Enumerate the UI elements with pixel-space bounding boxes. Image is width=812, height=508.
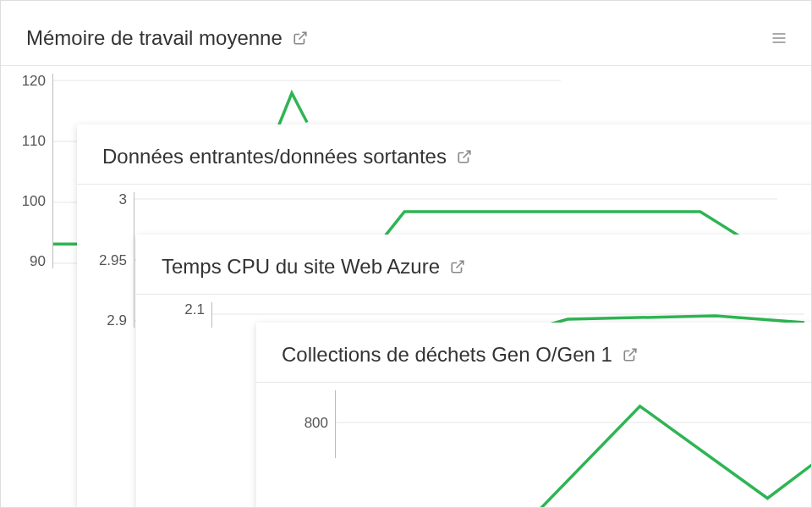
y-tick: 120 xyxy=(22,74,46,88)
svg-line-0 xyxy=(299,32,305,39)
card-header: Mémoire de travail moyenne xyxy=(1,1,812,66)
y-axis: 800 xyxy=(299,390,336,458)
y-axis: 2.1 xyxy=(182,302,212,328)
y-tick: 100 xyxy=(22,194,46,208)
chart-title: Données entrantes/données sortantes xyxy=(102,145,447,168)
y-tick: 800 xyxy=(304,416,328,430)
chart-plot: 800 xyxy=(299,390,812,508)
y-tick: 90 xyxy=(30,254,46,268)
y-axis: 3 2.95 2.9 xyxy=(109,192,134,328)
card-gc: Collections de déchets Gen O/Gen 1 800 xyxy=(256,323,812,508)
y-tick: 2.1 xyxy=(184,302,205,317)
external-link-icon[interactable] xyxy=(293,30,308,46)
y-axis: 120 110 100 90 xyxy=(23,74,53,268)
hamburger-icon[interactable] xyxy=(771,30,787,47)
card-header: Données entrantes/données sortantes xyxy=(77,124,812,185)
svg-line-8 xyxy=(463,151,469,157)
y-tick: 110 xyxy=(22,134,46,148)
card-header: Temps CPU du site Web Azure xyxy=(136,235,812,295)
external-link-icon[interactable] xyxy=(457,149,472,164)
svg-line-12 xyxy=(457,261,464,268)
y-tick: 3 xyxy=(119,192,127,207)
chart-title: Temps CPU du site Web Azure xyxy=(162,255,440,279)
title-group: Temps CPU du site Web Azure xyxy=(162,255,465,279)
y-tick: 2.95 xyxy=(99,253,127,268)
title-group: Mémoire de travail moyenne xyxy=(26,26,308,50)
external-link-icon[interactable] xyxy=(623,347,638,362)
title-group: Collections de déchets Gen O/Gen 1 xyxy=(282,343,638,367)
chart-svg xyxy=(336,390,812,508)
chart-title: Collections de déchets Gen O/Gen 1 xyxy=(282,343,612,367)
chart-title: Mémoire de travail moyenne xyxy=(26,26,283,50)
title-group: Données entrantes/données sortantes xyxy=(102,145,472,168)
external-link-icon[interactable] xyxy=(450,259,465,274)
svg-line-14 xyxy=(628,349,635,356)
card-header: Collections de déchets Gen O/Gen 1 xyxy=(256,323,812,383)
series-line xyxy=(532,406,812,508)
y-tick: 2.9 xyxy=(107,313,127,328)
